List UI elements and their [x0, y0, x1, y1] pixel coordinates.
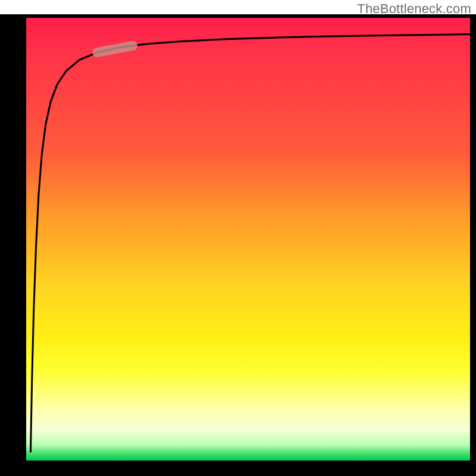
highlight-segment: [97, 46, 133, 52]
chart-stage: TheBottleneck.com: [0, 0, 476, 476]
curve-layer: [26, 18, 470, 461]
watermark-text: TheBottleneck.com: [357, 1, 471, 17]
bottleneck-curve: [30, 35, 470, 452]
